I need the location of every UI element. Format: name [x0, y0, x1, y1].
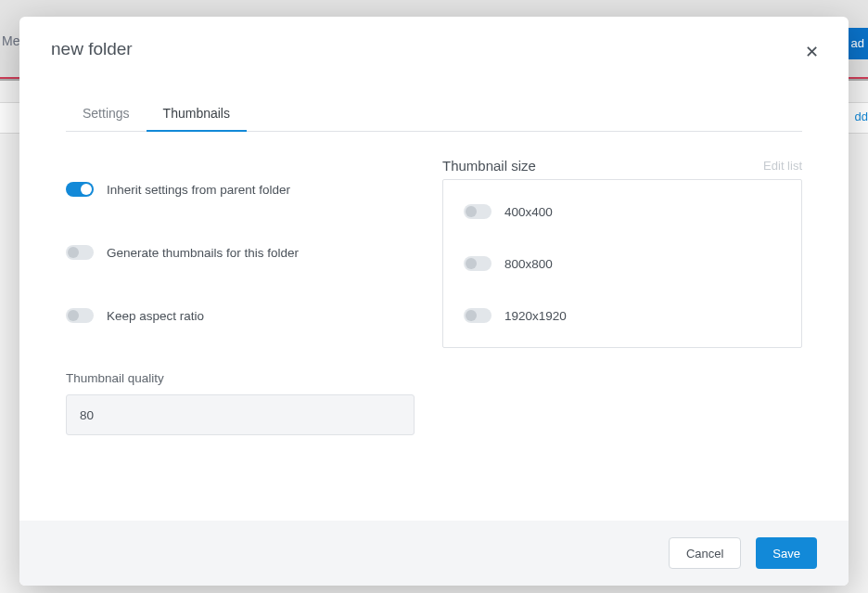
tabs: Settings Thumbnails: [66, 97, 802, 132]
tab-content: Inherit settings from parent folder Gene…: [66, 158, 802, 435]
inherit-settings-label: Inherit settings from parent folder: [107, 183, 290, 197]
right-column: Thumbnail size Edit list 400x400: [442, 158, 802, 435]
toggle-knob: [81, 184, 92, 195]
keep-aspect-ratio-toggle[interactable]: [66, 308, 94, 323]
toggle-knob: [68, 247, 79, 258]
generate-thumbnails-row: Generate thumbnails for this folder: [66, 245, 415, 260]
modal-body: Settings Thumbnails Inherit settings fro…: [19, 72, 849, 521]
size-toggle-400[interactable]: [464, 204, 491, 219]
generate-thumbnails-label: Generate thumbnails for this folder: [107, 246, 299, 260]
tab-settings[interactable]: Settings: [66, 97, 147, 132]
inherit-settings-toggle[interactable]: [66, 182, 94, 197]
close-icon: ✕: [805, 42, 819, 62]
size-row-400: 400x400: [443, 186, 801, 238]
generate-thumbnails-toggle[interactable]: [66, 245, 94, 260]
background-upload-button-fragment: ad: [848, 28, 868, 59]
size-toggle-1920[interactable]: [464, 308, 491, 323]
modal-header: new folder ✕: [19, 17, 849, 72]
folder-settings-modal: new folder ✕ Settings Thumbnails Inherit…: [19, 17, 849, 586]
edit-list-link[interactable]: Edit list: [763, 159, 802, 173]
tab-thumbnails[interactable]: Thumbnails: [147, 97, 247, 132]
size-label-800: 800x800: [504, 257, 553, 271]
size-label-1920: 1920x1920: [504, 309, 567, 323]
thumbnail-size-header: Thumbnail size Edit list: [442, 158, 802, 174]
background-text-fragment: Me: [2, 33, 19, 48]
close-button[interactable]: ✕: [798, 39, 824, 65]
background-add-link-fragment: dd: [855, 110, 868, 123]
toggle-knob: [466, 310, 477, 321]
toggle-knob: [466, 206, 477, 217]
thumbnail-size-title: Thumbnail size: [442, 158, 536, 174]
toggle-knob: [68, 310, 79, 321]
thumbnail-size-list: 400x400 800x800 1920x1920: [442, 179, 802, 348]
modal-footer: Cancel Save: [19, 521, 849, 586]
keep-aspect-ratio-row: Keep aspect ratio: [66, 308, 415, 323]
toggle-knob: [466, 258, 477, 269]
left-column: Inherit settings from parent folder Gene…: [66, 158, 415, 435]
keep-aspect-ratio-label: Keep aspect ratio: [107, 309, 204, 323]
thumbnail-quality-label: Thumbnail quality: [66, 371, 415, 385]
cancel-button[interactable]: Cancel: [669, 537, 741, 569]
thumbnail-quality-input[interactable]: [66, 394, 415, 435]
size-row-1920: 1920x1920: [443, 290, 801, 342]
modal-title: new folder: [51, 39, 817, 59]
size-toggle-800[interactable]: [464, 256, 491, 271]
save-button[interactable]: Save: [756, 537, 817, 569]
size-row-800: 800x800: [443, 238, 801, 290]
size-label-400: 400x400: [504, 205, 553, 219]
inherit-settings-row: Inherit settings from parent folder: [66, 182, 415, 197]
